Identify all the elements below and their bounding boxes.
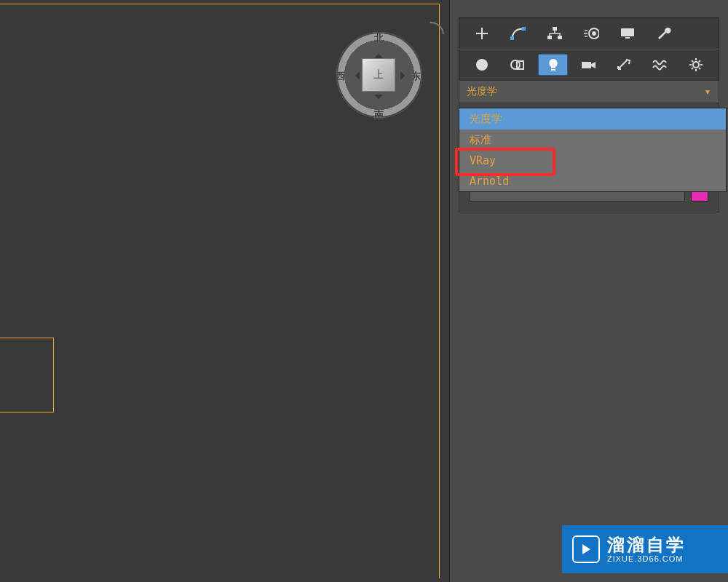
modify-icon [510,26,526,41]
selection-outline [0,338,54,412]
subtab-helpers[interactable] [610,54,640,76]
svg-rect-3 [547,36,552,39]
shapes-icon [510,57,525,72]
sphere-icon [475,57,489,72]
camera-icon [581,57,597,72]
category-dropdown[interactable]: 光度学 ▼ [459,80,719,103]
svg-point-6 [592,31,596,36]
svg-point-9 [476,59,488,71]
subtab-geometry[interactable] [467,54,496,76]
display-icon [620,26,636,41]
svg-rect-12 [551,69,555,71]
tab-motion[interactable] [576,23,606,44]
svg-rect-8 [625,37,630,39]
viewcube-east-label[interactable]: 东 [411,70,421,83]
helpers-icon [617,57,633,72]
main-tab-row [459,17,719,49]
command-panel: 光度学 ▼ 太阳定位器 光度学 标准 VRay Arnold ▼ 名称和颜色 [449,0,728,582]
chevron-down-icon: ▼ [704,88,711,96]
viewcube-arrow-right[interactable] [400,71,409,80]
viewport[interactable]: 北 南 东 西 上 [0,0,449,582]
viewcube-south-label[interactable]: 南 [374,108,384,121]
svg-rect-13 [582,62,591,68]
subtab-spacewarps[interactable] [646,54,676,76]
svg-rect-0 [510,36,514,40]
viewcube-arrow-down[interactable] [374,95,383,103]
category-dropdown-list: 光度学 标准 VRay Arnold [459,108,727,192]
svg-rect-2 [553,27,557,31]
watermark: 溜溜自学 ZIXUE.3D66.COM [562,525,728,573]
viewcube-arrow-left[interactable] [351,71,360,80]
watermark-title: 溜溜自学 [607,535,686,554]
subtab-cameras[interactable] [574,54,604,76]
plus-icon [475,26,489,41]
subtab-systems[interactable] [681,54,711,76]
sub-tab-row [459,49,719,80]
watermark-play-icon [572,535,600,563]
spacewarps-icon [652,57,668,72]
tab-utilities[interactable] [649,23,679,44]
viewcube-arrow-up[interactable] [374,49,383,58]
tab-display[interactable] [612,23,643,44]
subtab-lights[interactable] [538,54,568,76]
wrench-icon [656,26,672,41]
tab-create[interactable] [467,23,497,44]
dropdown-item-vray[interactable]: VRay [459,151,726,171]
watermark-url: ZIXUE.3D66.COM [607,554,686,563]
dropdown-item-photometric[interactable]: 光度学 [459,108,726,129]
svg-point-14 [693,62,699,68]
category-dropdown-label: 光度学 [467,85,497,98]
viewcube[interactable]: 北 南 东 西 上 [331,17,447,134]
viewcube-north-label[interactable]: 北 [374,32,384,45]
svg-rect-4 [558,36,562,39]
gear-icon [689,57,703,72]
viewcube-west-label[interactable]: 西 [336,70,345,83]
lightbulb-icon [546,57,561,72]
subtab-shapes[interactable] [502,54,532,76]
viewcube-top-label: 上 [373,68,384,81]
viewcube-rotate-arc[interactable] [413,17,450,54]
svg-rect-1 [522,27,526,31]
tab-hierarchy[interactable] [539,23,570,44]
motion-icon [583,26,599,41]
viewcube-top-face[interactable]: 上 [362,58,395,92]
svg-rect-7 [621,28,634,36]
hierarchy-icon [547,26,563,41]
tab-modify[interactable] [503,23,534,44]
